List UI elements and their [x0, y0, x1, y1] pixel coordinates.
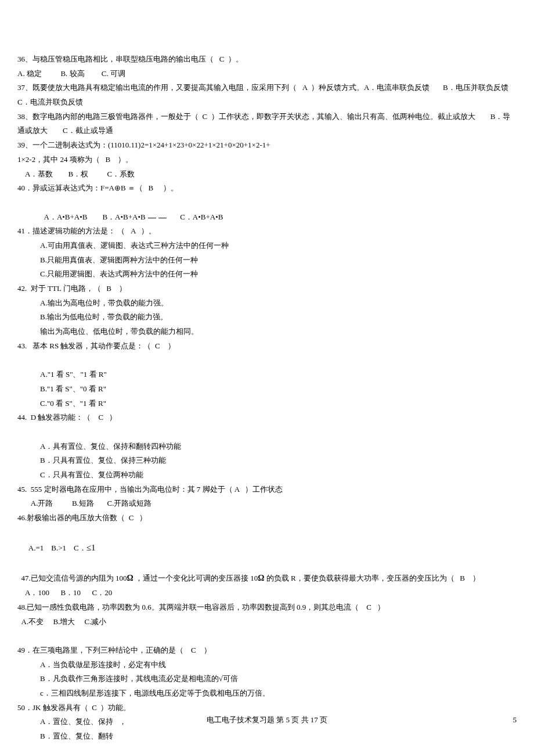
question-49: 49．在三项电路里，下列三种结论中，正确的是（ C ）: [17, 643, 517, 658]
blank-line-3: [17, 629, 517, 643]
question-44-option-b: B．只具有置位、复位、保持三种功能: [17, 453, 517, 468]
question-47-options: A．100 B．10 C．20: [17, 586, 517, 600]
question-49-option-a: A．当负载做星形连接时，必定有中线: [17, 658, 517, 672]
question-40-options: A．A•B+A•B B．A•B+A•B C．A•B+A•B: [17, 196, 517, 224]
question-49-option-b: B．凡负载作三角形连接时，其线电流必定是相电流的√可倍: [17, 672, 517, 686]
question-45-options: A.开路 B.短路 C.开路或短路: [17, 496, 517, 511]
question-41: 41．描述逻辑功能的方法是： （ A ）。: [17, 224, 517, 239]
question-43-option-b: B."1 看 S"、"0 看 R": [17, 382, 517, 397]
question-39-line2: 1×2-2，其中 24 项称为（ B ）。: [17, 153, 517, 167]
page-footer: 电工电子技术复习题 第 5 页 共 17 页: [0, 713, 534, 728]
question-45: 45. 555 定时器电路在应用中，当输出为高电位时：其 7 脚处于（ A ）工…: [17, 483, 517, 497]
blank-line-2: [17, 425, 517, 440]
question-41-option-a: A.可由用真值表、逻辑图、表达式三种方法中的任何一种: [17, 239, 517, 253]
page-number: 5: [513, 713, 517, 728]
omega-icon: Ω: [127, 574, 134, 582]
question-36-options: A. 稳定 B. 较高 C. 可调: [17, 67, 517, 81]
q47-text-mid: ，通过一个变化比可调的变压器接 10: [134, 574, 258, 582]
question-39-options: A．基数 B．权 C．系数: [17, 167, 517, 182]
question-46-options: A.=1 B.>1 C．≤1: [17, 525, 517, 556]
q47-text-post: 的负载 R，要使负载获得最大功率，变压器的变压比为（ B ）: [264, 574, 480, 582]
question-43-option-c: C."0 看 S"、"1 看 R": [17, 397, 517, 411]
q40-opt-ab: A．A•B+A•B B．A•B+A•B: [21, 213, 146, 221]
question-47: 47.已知交流信号源的内阻为 100Ω ，通过一个变化比可调的变压器接 10Ω …: [17, 556, 517, 586]
question-40: 40．异或运算表达式为：F=A⊕B ＝（ B ）。: [17, 181, 517, 196]
question-36: 36、与稳压管稳压电路相比，串联型稳压电路的输出电压（ C ）。: [17, 52, 517, 67]
question-46: 46.射极输出器的电压放大倍数（ C ）: [17, 511, 517, 525]
question-48-options: A.不变 B.增大 C.减小: [17, 615, 517, 629]
q46-opts-prefix: A.=1 B.>1 C．: [21, 543, 86, 552]
question-50-option-b: B．置位、复位、翻转: [17, 729, 517, 744]
question-37: 37、既要使放大电路具有稳定输出电流的作用，又要提高其输入电阻，应采用下列（ A…: [17, 81, 517, 109]
question-42-option-c: 输出为高电位、低电位时，带负载的能力相同。: [17, 325, 517, 339]
question-42: 42. 对于 TTL 门电路，（ B ）: [17, 282, 517, 296]
omega-icon: Ω: [258, 574, 264, 582]
question-41-option-b: B.只能用真值表、逻辑图两种方法中的任何一种: [17, 253, 517, 268]
question-48: 48.已知一感性负载电路，功率因数为 0.6。其两端并联一电容器后，功率因数提高…: [17, 600, 517, 615]
question-49-option-c: c．三相四线制星形连接下，电源线电压必定等于负载相电压的万倍。: [17, 686, 517, 701]
question-44-option-c: C．只具有置位、复位两种功能: [17, 468, 517, 483]
q46-le-symbol: ≤1: [86, 543, 96, 552]
question-44-option-a: A．具有置位、复位、保持和翻转四种功能: [17, 440, 517, 454]
question-42-option-a: A.输出为高电位时，带负载的能力强。: [17, 296, 517, 311]
q47-text-pre: 47.已知交流信号源的内阻为 100: [21, 574, 127, 582]
question-39-line1: 39、一个二进制表达式为：(11010.11)2=1×24+1×23+0×22+…: [17, 138, 517, 153]
question-41-option-c: C.只能用逻辑图、表达式两种方法中的任何一种: [17, 267, 517, 282]
question-42-option-b: B.输出为低电位时，带负载的能力强。: [17, 310, 517, 325]
question-43: 43. 基本 RS 触发器，其动作要点是：（ C ）: [17, 339, 517, 354]
q40-opt-c: C．A•B+A•B: [169, 213, 223, 221]
question-44: 44. D 触发器功能：（ C ）: [17, 411, 517, 425]
question-43-option-a: A."1 看 S"、"1 看 R": [17, 368, 517, 382]
blank-line-1: [17, 353, 517, 368]
question-38: 38、数字电路内部的电路三极管电路器件，一般处于（ C ）工作状态，即数字开关状…: [17, 110, 517, 138]
